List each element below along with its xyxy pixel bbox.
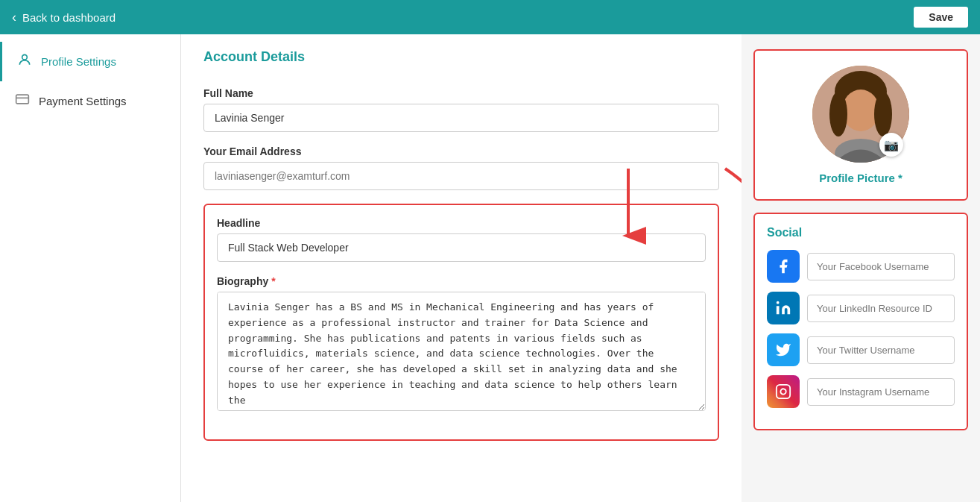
save-button[interactable]: Save bbox=[914, 7, 968, 28]
profile-picture-label: Profile Picture * bbox=[819, 172, 902, 184]
profile-settings-label: Profile Settings bbox=[41, 55, 116, 68]
linkedin-resource-id-input[interactable] bbox=[807, 295, 955, 322]
svg-point-8 bbox=[777, 301, 780, 304]
email-label: Your Email Address bbox=[203, 145, 719, 157]
camera-overlay-button[interactable]: 📷 bbox=[879, 133, 903, 157]
sidebar-item-profile-settings[interactable]: Profile Settings bbox=[0, 42, 180, 81]
back-to-dashboard-button[interactable]: ‹ Back to dashboard bbox=[12, 10, 116, 25]
social-title: Social bbox=[767, 226, 955, 239]
social-card: Social bbox=[753, 213, 968, 430]
svg-point-5 bbox=[829, 92, 847, 137]
required-marker: * bbox=[271, 275, 275, 287]
headline-label: Headline bbox=[217, 217, 706, 229]
biography-group: Biography * Lavinia Senger has a BS and … bbox=[217, 275, 706, 414]
twitter-icon bbox=[767, 333, 800, 366]
main-content: Account Details Full Name Your Email Add… bbox=[181, 34, 742, 502]
sidebar-item-payment-settings[interactable]: Payment Settings bbox=[0, 81, 180, 121]
profile-required-marker: * bbox=[898, 172, 902, 184]
person-icon bbox=[17, 52, 32, 71]
svg-point-4 bbox=[842, 90, 879, 131]
avatar-container: 📷 bbox=[812, 66, 909, 163]
right-panel: 📷 Profile Picture * Social bbox=[742, 34, 980, 502]
twitter-username-input[interactable] bbox=[807, 336, 955, 364]
svg-point-6 bbox=[874, 92, 892, 137]
headline-group: Headline bbox=[217, 217, 706, 262]
linkedin-icon bbox=[767, 292, 800, 324]
camera-icon: 📷 bbox=[884, 138, 899, 152]
full-name-group: Full Name bbox=[203, 87, 719, 132]
email-input[interactable] bbox=[203, 162, 719, 190]
biography-textarea[interactable]: Lavinia Senger has a BS and MS in Mechan… bbox=[217, 292, 706, 411]
back-label: Back to dashboard bbox=[22, 11, 116, 24]
facebook-row bbox=[767, 250, 955, 283]
full-name-input[interactable] bbox=[203, 104, 719, 132]
main-layout: Profile Settings Payment Settings bbox=[0, 34, 980, 502]
linkedin-row bbox=[767, 292, 955, 324]
top-nav: ‹ Back to dashboard Save bbox=[0, 0, 980, 34]
svg-rect-1 bbox=[16, 95, 29, 104]
back-arrow-icon: ‹ bbox=[12, 10, 16, 25]
card-icon bbox=[15, 92, 30, 110]
svg-rect-9 bbox=[777, 385, 790, 398]
biography-label: Biography * bbox=[217, 275, 706, 287]
profile-picture-card: 📷 Profile Picture * bbox=[753, 49, 968, 201]
instagram-username-input[interactable] bbox=[807, 378, 955, 406]
payment-settings-label: Payment Settings bbox=[39, 95, 127, 107]
facebook-username-input[interactable] bbox=[807, 253, 955, 280]
email-group: Your Email Address bbox=[203, 145, 719, 190]
twitter-row bbox=[767, 333, 955, 366]
sidebar: Profile Settings Payment Settings bbox=[0, 34, 181, 502]
instagram-row bbox=[767, 375, 955, 408]
facebook-icon bbox=[767, 250, 800, 283]
section-title: Account Details bbox=[203, 49, 719, 72]
full-name-label: Full Name bbox=[203, 87, 719, 99]
headline-biography-section: Headline Biography * Lavinia Senger has … bbox=[203, 204, 719, 441]
instagram-icon bbox=[767, 375, 800, 408]
headline-input[interactable] bbox=[217, 233, 706, 262]
svg-point-0 bbox=[22, 54, 28, 60]
